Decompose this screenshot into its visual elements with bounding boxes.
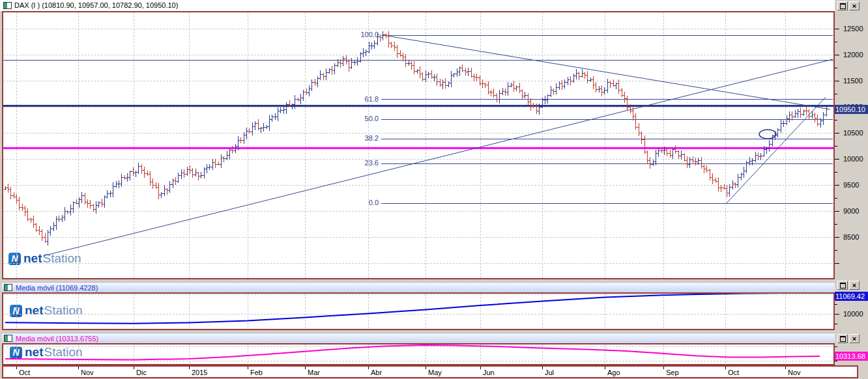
grid xyxy=(3,12,833,278)
x-axis-bar: OctNovDic2015FebMarAbrMayJunJulAgoSepOct… xyxy=(2,365,858,378)
y-axis-label: 9500 xyxy=(843,181,859,189)
ma2-line-plot xyxy=(3,344,833,364)
main-window-titlebar[interactable]: DAX (I ) (10810.90, 10957.00, 10782.90, … xyxy=(0,0,868,11)
x-axis-labels: OctNovDic2015FebMarAbrMayJunJulAgoSepOct… xyxy=(3,367,857,377)
candlestick-plot: 100.061.850.038.223.60.0 xyxy=(3,12,833,278)
fib-label: 61.8 xyxy=(365,95,379,103)
y-axis-label: 12500 xyxy=(843,25,863,33)
media-movil-1-chart-area[interactable]: N net Station xyxy=(2,292,835,330)
ellipse-annotation xyxy=(759,130,776,139)
x-axis-label: Sep xyxy=(666,369,679,376)
ma1-line-plot xyxy=(3,294,833,329)
level-lines xyxy=(3,60,833,148)
candlesticks xyxy=(4,31,828,246)
media-movil-2-title: Media móvil (10313.6755) xyxy=(16,333,98,344)
x-axis-label: Nov xyxy=(788,369,801,376)
y-axis-label: 11500 xyxy=(843,77,863,85)
window-title: DAX (I ) (10810.90, 10957.00, 10782.90, … xyxy=(14,0,178,11)
fib-label: 100.0 xyxy=(360,31,379,38)
ma2-value-tag: 10313.68 xyxy=(835,352,868,361)
chart-window-icon xyxy=(3,2,12,9)
fibonacci-retracement: 100.061.850.038.223.60.0 xyxy=(360,31,833,206)
y-axis-label: 8500 xyxy=(843,233,859,241)
x-axis-label: Oct xyxy=(728,369,739,376)
price-axis: 1250012000115001100010500100009500900085… xyxy=(835,0,868,379)
x-axis-label: Ago xyxy=(607,369,620,376)
ma1-value-tag: 11069.42 xyxy=(835,292,868,301)
media-movil-2-header[interactable]: Media móvil (10313.6755) xyxy=(2,333,835,343)
last-price-tag: 10950.10 xyxy=(835,105,868,114)
media-movil-2-chart-area[interactable]: N net Station xyxy=(2,343,835,365)
x-axis-label: Feb xyxy=(250,369,263,376)
y-axis-label: 12000 xyxy=(843,51,863,59)
y-axis-label: 10500 xyxy=(843,129,863,137)
netstation-app: { "window": { "title": "DAX (I ) (10810.… xyxy=(0,0,868,379)
x-axis-label: May xyxy=(428,369,442,376)
x-axis-ticks: OctNovDic2015FebMarAbrMayJunJulAgoSepOct… xyxy=(16,367,801,376)
ma2-line xyxy=(5,345,820,360)
x-axis-label: Mar xyxy=(308,369,320,376)
chart-window-icon xyxy=(4,335,12,342)
x-axis-label: Nov xyxy=(81,369,94,376)
chart-window-icon xyxy=(4,284,12,291)
main-chart-area[interactable]: N net Station 100.061.850.038.223.60.0 xyxy=(2,11,835,279)
y-axis-label: 10000 xyxy=(843,155,863,163)
fib-label: 23.6 xyxy=(365,159,379,167)
media-movil-1-title: Media móvil (11069.4228) xyxy=(16,283,98,293)
ma1-axis-label: 10000 xyxy=(843,310,863,318)
y-axis-label: 9000 xyxy=(843,207,859,215)
fib-label: 38.2 xyxy=(365,134,379,142)
media-movil-1-header[interactable]: Media móvil (11069.4228) xyxy=(2,282,835,292)
trendlines xyxy=(43,35,833,256)
x-axis-label: Abr xyxy=(371,369,382,376)
price-axis-ticks: 1250012000115001100010500100009500900085… xyxy=(835,25,863,361)
x-axis-label: Dic xyxy=(136,369,147,376)
x-axis-label: 2015 xyxy=(192,369,207,376)
x-axis-label: Jul xyxy=(545,369,554,376)
fib-label: 0.0 xyxy=(369,199,379,206)
x-axis-label: Jun xyxy=(483,369,495,376)
grid xyxy=(3,344,833,364)
ma1-line xyxy=(5,294,819,324)
x-axis-label: Oct xyxy=(19,369,30,376)
fib-label: 50.0 xyxy=(365,115,379,122)
